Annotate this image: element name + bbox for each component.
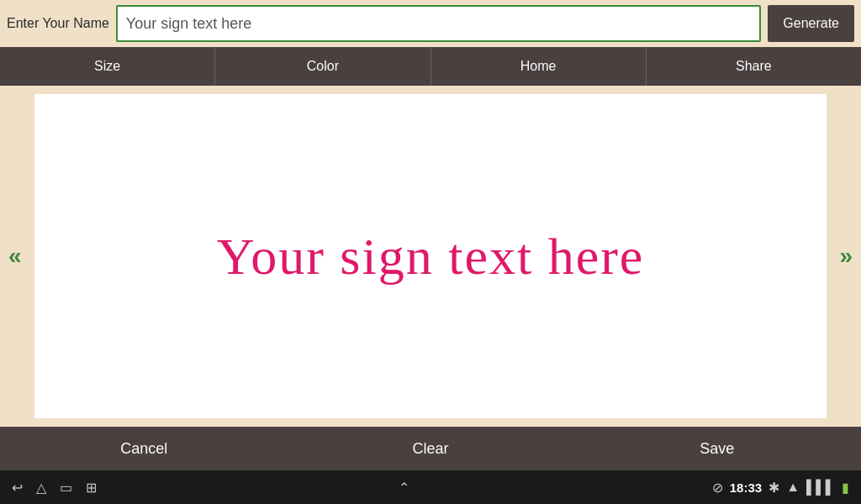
prev-button[interactable]: «	[0, 243, 30, 270]
share-button[interactable]: Share	[647, 47, 861, 86]
size-button[interactable]: Size	[0, 47, 215, 86]
next-button[interactable]: »	[831, 243, 861, 270]
qr-icon[interactable]: ⊞	[86, 480, 97, 496]
clear-button[interactable]: Clear	[288, 428, 573, 469]
system-bar: ↩ △ ▭ ⊞ ⌃ ⊘ 18:33 ✱ ▲ ▌▌▌ ▮	[0, 470, 861, 504]
save-button[interactable]: Save	[574, 428, 859, 469]
signal-icon: ▌▌▌	[806, 480, 835, 495]
generate-button[interactable]: Generate	[768, 5, 854, 42]
preview-canvas: Your sign text here	[34, 94, 827, 418]
sign-text-input[interactable]	[116, 5, 761, 42]
top-bar: Enter Your Name Generate	[0, 0, 861, 47]
sys-center: ⌃	[399, 480, 409, 496]
sys-right: ⊘ 18:33 ✱ ▲ ▌▌▌ ▮	[712, 480, 849, 496]
sign-text-preview: Your sign text here	[217, 225, 645, 287]
wifi-icon: ▲	[786, 480, 800, 495]
main-area: « Your sign text here »	[0, 86, 861, 427]
recent-icon[interactable]: ▭	[60, 480, 72, 496]
cancel-button[interactable]: Cancel	[2, 428, 287, 469]
home-button[interactable]: Home	[431, 47, 647, 86]
bluetooth-icon: ✱	[769, 480, 779, 496]
nav-bar: Size Color Home Share	[0, 47, 861, 86]
sys-left: ↩ △ ▭ ⊞	[12, 480, 97, 496]
back-icon[interactable]: ↩	[12, 480, 23, 496]
battery-icon: ▮	[842, 480, 849, 496]
up-caret-icon: ⌃	[399, 480, 409, 496]
time-display: 18:33	[730, 480, 762, 495]
bottom-bar: Cancel Clear Save	[0, 427, 861, 470]
color-button[interactable]: Color	[215, 47, 430, 86]
blocked-icon: ⊘	[712, 480, 723, 496]
home-icon[interactable]: △	[36, 480, 46, 496]
name-label: Enter Your Name	[7, 16, 109, 31]
